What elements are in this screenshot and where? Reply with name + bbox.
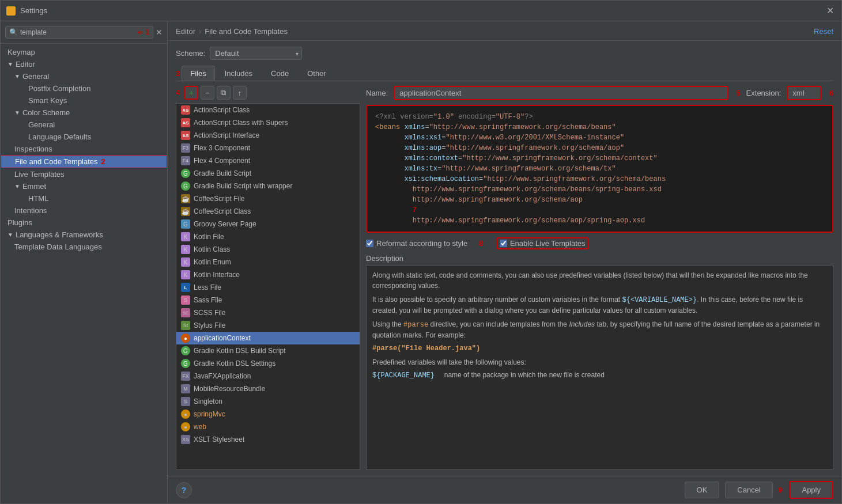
list-item[interactable]: G Gradle Kotlin DSL Settings bbox=[176, 357, 360, 370]
copy-template-button[interactable]: ⧉ bbox=[217, 86, 231, 100]
help-button[interactable]: ? bbox=[176, 482, 192, 498]
annotation-9: 9 bbox=[779, 486, 783, 494]
template-data-languages-label: Template Data Languages bbox=[14, 242, 102, 251]
extension-input[interactable] bbox=[787, 86, 821, 100]
list-item[interactable]: G Groovy Server Page bbox=[176, 218, 360, 230]
tab-code-label: Code bbox=[271, 69, 289, 78]
html-label: HTML bbox=[28, 194, 48, 203]
apply-button[interactable]: Apply bbox=[789, 481, 833, 499]
sidebar-item-keymap[interactable]: Keymap bbox=[1, 46, 167, 58]
list-item[interactable]: AS ActionScript Class with Supers bbox=[176, 116, 360, 129]
live-templates-checkbox[interactable] bbox=[500, 240, 507, 247]
code-editor[interactable]: <?xml version="1.0" encoding="UTF-8"?> <… bbox=[366, 105, 833, 233]
file-icon-gradle-kotlin: G bbox=[181, 346, 190, 355]
add-template-button[interactable]: + bbox=[184, 86, 198, 100]
file-icon-javafx: FX bbox=[181, 372, 190, 381]
scheme-select[interactable]: Default Project bbox=[210, 47, 302, 60]
close-button[interactable]: ✕ bbox=[824, 5, 836, 17]
name-input[interactable] bbox=[394, 86, 728, 100]
sidebar-item-editor[interactable]: ▼ Editor bbox=[1, 58, 167, 70]
sidebar-item-file-code-templates[interactable]: File and Code Templates 2 bbox=[1, 155, 167, 168]
live-templates-checkbox-label[interactable]: Enable Live Templates bbox=[497, 237, 588, 249]
emmet-arrow: ▼ bbox=[14, 183, 20, 190]
list-item[interactable]: St Stylus File bbox=[176, 319, 360, 332]
breadcrumb-current: File and Code Templates bbox=[205, 27, 288, 36]
ok-button[interactable]: OK bbox=[685, 482, 720, 498]
list-item[interactable]: XS XSLT Stylesheet bbox=[176, 433, 360, 446]
breadcrumb: Editor › File and Code Templates bbox=[176, 27, 288, 36]
search-clear-button[interactable]: ✕ bbox=[156, 28, 163, 37]
live-templates-label: Enable Live Templates bbox=[510, 239, 586, 248]
sidebar-item-general[interactable]: ▼ General bbox=[1, 70, 167, 82]
list-item[interactable]: K Kotlin Class bbox=[176, 243, 360, 256]
sidebar-item-plugins[interactable]: Plugins bbox=[1, 217, 167, 229]
reformat-checkbox[interactable] bbox=[366, 240, 373, 247]
list-item[interactable]: G Gradle Build Script with wrapper bbox=[176, 180, 360, 192]
breadcrumb-separator: › bbox=[199, 27, 201, 36]
list-item[interactable]: S Singleton bbox=[176, 395, 360, 408]
panel-body: Scheme: Default Project ▾ 3 Files bbox=[168, 41, 841, 476]
reformat-checkbox-label[interactable]: Reformat according to style bbox=[366, 239, 467, 248]
tab-includes[interactable]: Includes bbox=[216, 66, 261, 81]
footer: ? OK Cancel 9 Apply bbox=[168, 476, 841, 503]
tab-code[interactable]: Code bbox=[262, 66, 297, 81]
remove-template-button[interactable]: − bbox=[201, 86, 214, 100]
sidebar-item-smart-keys[interactable]: Smart Keys bbox=[1, 94, 167, 107]
list-item[interactable]: FX JavaFXApplication bbox=[176, 370, 360, 382]
reset-button[interactable]: Reset bbox=[814, 27, 833, 36]
tab-files[interactable]: Files bbox=[182, 66, 214, 81]
search-input[interactable] bbox=[20, 28, 135, 36]
tab-includes-label: Includes bbox=[225, 69, 252, 78]
list-item-spring-mvc[interactable]: ● springMvc bbox=[176, 408, 360, 420]
languages-frameworks-label: Languages & Frameworks bbox=[16, 230, 103, 239]
file-icon-kotlin: K bbox=[181, 257, 190, 267]
footer-buttons: OK Cancel 9 Apply bbox=[685, 481, 833, 499]
list-item[interactable]: F3 Flex 3 Component bbox=[176, 142, 360, 154]
list-item[interactable]: AS ActionScript Interface bbox=[176, 129, 360, 142]
sidebar-item-language-defaults[interactable]: Language Defaults bbox=[1, 131, 167, 143]
smart-keys-label: Smart Keys bbox=[28, 96, 67, 105]
sidebar-item-emmet[interactable]: ▼ Emmet bbox=[1, 180, 167, 192]
list-item[interactable]: L Less File bbox=[176, 281, 360, 294]
tab-other-label: Other bbox=[307, 69, 326, 78]
list-item[interactable]: AS ActionScript Class bbox=[176, 104, 360, 116]
tab-other[interactable]: Other bbox=[299, 66, 335, 81]
list-item[interactable]: ☕ CoffeeScript Class bbox=[176, 205, 360, 218]
keymap-label: Keymap bbox=[7, 48, 35, 56]
annotation-6: 6 bbox=[829, 89, 833, 97]
list-item[interactable]: S Sass File bbox=[176, 294, 360, 306]
file-icon-spring-mvc: ● bbox=[181, 410, 190, 419]
list-item[interactable]: M MobileResourceBundle bbox=[176, 382, 360, 395]
sidebar-item-languages-frameworks[interactable]: ▼ Languages & Frameworks bbox=[1, 229, 167, 241]
list-item[interactable]: G Gradle Kotlin DSL Build Script bbox=[176, 344, 360, 357]
search-input-wrap[interactable]: 🔍 ⇐ 1 bbox=[5, 26, 153, 39]
sidebar-item-cs-general[interactable]: General bbox=[1, 119, 167, 131]
list-item[interactable]: SC SCSS File bbox=[176, 306, 360, 319]
list-item[interactable]: K Kotlin Interface bbox=[176, 268, 360, 281]
postfix-label: Postfix Completion bbox=[28, 84, 90, 93]
lf-arrow: ▼ bbox=[7, 232, 13, 238]
move-template-button[interactable]: ↑ bbox=[233, 86, 247, 100]
list-item[interactable]: K Kotlin Enum bbox=[176, 256, 360, 268]
file-icon-coffee: ☕ bbox=[181, 207, 190, 216]
sidebar-item-color-scheme[interactable]: ▼ Color Scheme bbox=[1, 107, 167, 119]
color-scheme-arrow: ▼ bbox=[14, 109, 20, 116]
sidebar-item-intentions[interactable]: Intentions bbox=[1, 204, 167, 217]
language-defaults-label: Language Defaults bbox=[28, 132, 91, 141]
sidebar-item-inspections[interactable]: Inspections bbox=[1, 143, 167, 155]
sidebar-item-html[interactable]: HTML bbox=[1, 192, 167, 204]
search-icon: 🔍 bbox=[9, 28, 18, 36]
sidebar-item-template-data-languages[interactable]: Template Data Languages bbox=[1, 241, 167, 253]
file-icon-kotlin: K bbox=[181, 232, 190, 241]
list-item[interactable]: K Kotlin File bbox=[176, 230, 360, 243]
file-list: AS ActionScript Class AS ActionScript Cl… bbox=[176, 103, 360, 470]
cancel-button[interactable]: Cancel bbox=[725, 482, 772, 498]
sidebar-item-live-templates[interactable]: Live Templates bbox=[1, 168, 167, 180]
list-item-web[interactable]: ● web bbox=[176, 420, 360, 433]
sidebar-item-postfix-completion[interactable]: Postfix Completion bbox=[1, 82, 167, 94]
list-item[interactable]: F4 Flex 4 Component bbox=[176, 154, 360, 167]
list-item[interactable]: ☕ CoffeeScript File bbox=[176, 192, 360, 205]
list-item[interactable]: G Gradle Build Script bbox=[176, 167, 360, 180]
file-icon-flex: F3 bbox=[181, 143, 190, 153]
list-item-application-context[interactable]: ● applicationContext bbox=[176, 332, 360, 344]
